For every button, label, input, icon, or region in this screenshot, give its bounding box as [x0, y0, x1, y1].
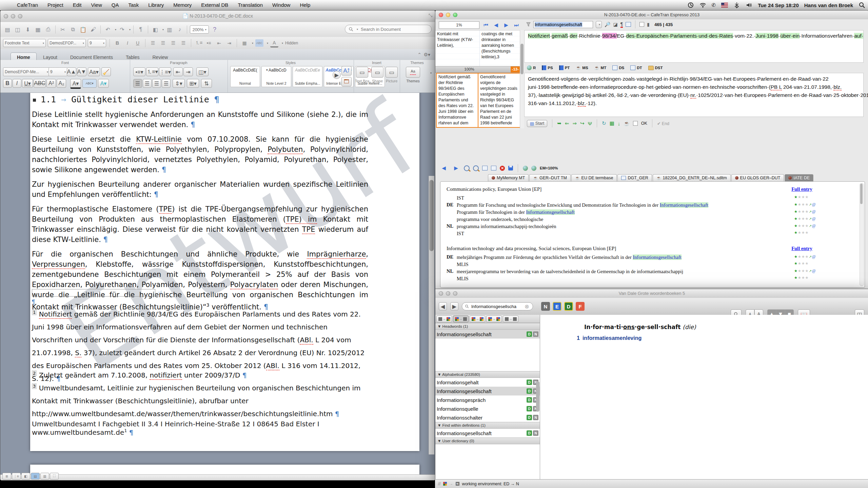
glossary-term-row[interactable]: NL meerjarenprogramma ter bevordering va…	[447, 268, 821, 275]
word-list-item[interactable]: Informationsgehalt D N	[435, 378, 540, 387]
resource-button[interactable]: DS	[612, 65, 624, 70]
font-size-select[interactable]: 9▾	[88, 39, 106, 47]
clipboard-icon[interactable]: ▮	[647, 22, 650, 27]
add-term-icon[interactable]	[626, 22, 631, 27]
dictionary-language-button[interactable]: F	[576, 302, 585, 311]
current-source-cell[interactable]: Notifiziert gemäß der Richtlinie 98/34/E…	[437, 74, 478, 127]
open-icon[interactable]: ⬇	[23, 25, 32, 34]
d-badge[interactable]: D	[527, 430, 532, 436]
remove-segment-icon[interactable]: ☕	[624, 121, 629, 126]
resource-button[interactable]: DST	[648, 66, 663, 70]
filter-input[interactable]: Informationsgesellschaft	[533, 21, 593, 28]
dictionary-language-button[interactable]: D	[564, 302, 573, 311]
previous-segment-button[interactable]: ◀	[492, 22, 500, 28]
new-document-icon[interactable]: ▤	[3, 25, 12, 34]
direction-tab[interactable]: →	[470, 316, 485, 322]
columns-button[interactable]: ◫▾	[196, 67, 209, 76]
glossary-term-row[interactable]: MLIS ★★★★	[447, 276, 821, 282]
word-list-item[interactable]: Informationsgesellschaft D N	[435, 387, 540, 395]
ribbon-align-left-button[interactable]: ☰	[133, 79, 142, 88]
filter-dropdown-icon[interactable]: ▾	[596, 21, 602, 28]
borders-button[interactable]: ▦	[240, 39, 249, 47]
glossary-term-row[interactable]: MLIS ★★★★	[447, 261, 821, 268]
resource-tab[interactable]: GER–DUT TM	[529, 174, 571, 181]
document-page-1[interactable]: Entwurf 1.1 → Gültigkeit dieser Leitlini…	[30, 93, 419, 451]
publishing-view-button[interactable]: ◧	[21, 473, 30, 480]
direction-tab[interactable]: →	[436, 316, 452, 322]
target-segment-editor[interactable]: Genotificeerd·volgens·de·verplichtingen·…	[524, 73, 864, 117]
style-card[interactable]: • AaBbCcD Note Level 2	[261, 66, 291, 87]
phone-icon[interactable]: ✆	[712, 2, 716, 8]
manage-styles-button[interactable]: A⤴	[341, 66, 352, 76]
scrollbar-thumb[interactable]	[860, 184, 863, 204]
volume-icon[interactable]	[746, 2, 752, 8]
resource-tab[interactable]: IATE DE	[785, 174, 813, 181]
ribbon-underline-button[interactable]: U▾	[22, 79, 33, 88]
document-page-2[interactable]	[30, 465, 419, 475]
glossary-term-row[interactable]: IST ★★★★	[447, 195, 821, 201]
forward-button[interactable]: ▶	[450, 302, 458, 310]
glossary-term-row[interactable]: IST ★★★★	[447, 230, 821, 237]
numbering-button[interactable]: ⒈≡▾	[146, 67, 158, 76]
resource-button[interactable]: PS	[542, 65, 553, 70]
increase-indent-button[interactable]: ⇥	[225, 39, 233, 47]
style-card[interactable]: AaBbCcDdEe Subtle Empha...	[293, 66, 322, 87]
word-search-field[interactable]: ▾	[345, 25, 432, 34]
transfer-right-icon[interactable]: ⇒	[572, 120, 577, 126]
paste-icon[interactable]: 📋	[79, 25, 87, 34]
section-header[interactable]: ▼ Headwords (1)	[435, 323, 540, 330]
add-to-memory-icon[interactable]: ▦	[610, 120, 614, 126]
styles-pane-button[interactable]: 🗔	[341, 77, 352, 86]
word-list-item[interactable]: Informationsgespräch D N	[435, 395, 540, 404]
menu-item[interactable]: Memory	[169, 2, 196, 8]
layout-view-icon[interactable]: ◧	[151, 25, 160, 34]
expand-window-icon[interactable]: ⤡	[429, 13, 432, 18]
back-button[interactable]: ◀	[439, 302, 447, 310]
next-task-icon[interactable]: ➥	[557, 120, 561, 126]
font-color-button[interactable]: A	[270, 39, 278, 47]
list-scrollbar-thumb[interactable]	[536, 381, 539, 412]
style-card[interactable]: AaBbCcDdE( Normal	[230, 66, 260, 87]
redo-icon[interactable]: ↷	[118, 25, 126, 34]
scrollbar-thumb[interactable]	[520, 44, 524, 74]
line-spacing-button[interactable]: ⇕▾	[173, 79, 185, 88]
direction-tab[interactable]: →	[453, 316, 469, 322]
superscript-button[interactable]: A²	[46, 79, 56, 88]
save-icon[interactable]	[508, 166, 513, 170]
decrease-indent-button[interactable]: ⇤	[215, 39, 223, 47]
n-badge[interactable]: N	[533, 331, 538, 337]
resource-button[interactable]: PT	[559, 65, 570, 70]
grid-target-cell[interactable]: coatings die met drinkwater in aanraking…	[480, 30, 524, 66]
results-scrollbar[interactable]	[860, 183, 864, 286]
vandale-search-field[interactable]: ⊗	[462, 302, 533, 310]
glossary-term-row[interactable]: Programm für Technologien in der Informa…	[447, 209, 821, 216]
menu-item[interactable]: View	[86, 2, 107, 8]
ribbon-align-center-button[interactable]: ☰	[143, 79, 152, 88]
word-list-item[interactable]: Informationsgesellschaft D N	[435, 429, 540, 438]
ribbon-align-right-button[interactable]: ☰	[152, 79, 161, 88]
d-badge[interactable]: D	[527, 397, 532, 403]
direction-tab[interactable]: →	[503, 316, 518, 322]
ribbon-settings-gear-icon[interactable]: ⚙▾	[423, 52, 430, 57]
themes-button[interactable]: Aa▰▰▰▰ Themes	[406, 67, 420, 83]
checkbox-icon[interactable]	[639, 22, 644, 27]
search-source-icon[interactable]	[464, 165, 470, 171]
print-layout-view-button[interactable]: ▤	[31, 473, 40, 480]
glossary-term-row[interactable]: NL programma informatiemaatschappij-tech…	[447, 223, 821, 230]
menu-item[interactable]: External DB	[196, 2, 233, 8]
align-left-button[interactable]: ☰	[149, 39, 157, 47]
ribbon-justify-button[interactable]: ☰	[162, 79, 171, 88]
scrollbar-thumb[interactable]	[429, 180, 434, 251]
document-map-icon[interactable]: ▥	[165, 25, 174, 34]
direction-tab[interactable]: →	[486, 316, 502, 322]
section-header[interactable]: ▼ User dictionary (0)	[435, 438, 540, 444]
menu-user[interactable]: Hans van den Broek	[804, 2, 853, 8]
menu-item[interactable]: Project	[43, 2, 68, 8]
insert-item[interactable]: ▭ Shape	[371, 67, 383, 83]
filter-funnel-icon[interactable]	[526, 22, 531, 27]
current-target-cell[interactable]: Genotificeerd volgens de verplichtingen …	[478, 74, 520, 127]
current-segment-row[interactable]: Notifiziert gemäß der Richtlinie 98/34/E…	[436, 73, 521, 128]
section-header[interactable]: ▼ Find within definitions (1)	[435, 422, 540, 429]
multilevel-list-button[interactable]: ⋮≡▾	[159, 67, 171, 76]
ribbon-bold-button[interactable]: B	[3, 79, 12, 88]
